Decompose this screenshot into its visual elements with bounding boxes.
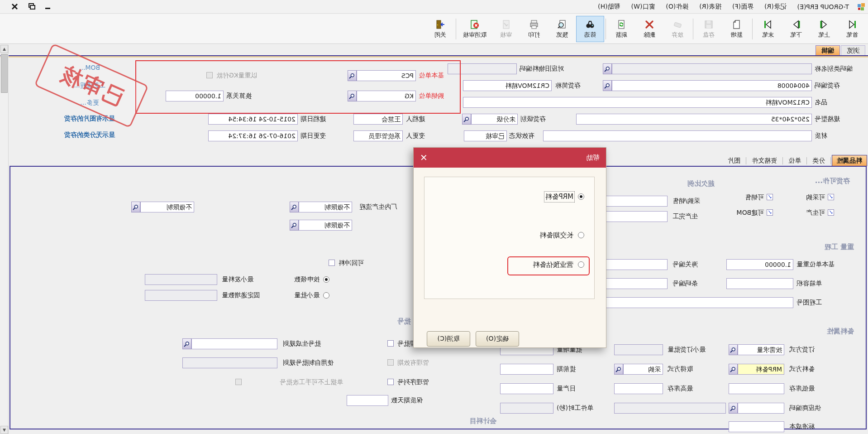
spec-field[interactable]: 250*240*35 — [576, 114, 812, 125]
status-field[interactable]: 已审核 — [464, 130, 507, 141]
menu-item-operate[interactable]: 操作(O) — [661, 1, 693, 12]
daily-output-field[interactable] — [500, 383, 553, 394]
supply-mode-field[interactable]: MRP备料 — [738, 364, 784, 375]
modifier-field[interactable]: 系统管理员 — [353, 130, 403, 141]
scroll-down-icon[interactable]: ▼ — [0, 426, 8, 434]
magnifier-icon[interactable] — [131, 202, 140, 212]
flow-field-2[interactable]: 不做限制 — [140, 202, 194, 212]
unit-weight-field[interactable]: 1.00000 — [726, 259, 793, 270]
sellable-checkbox[interactable] — [767, 194, 773, 200]
created-date-field[interactable]: 2015-10-24 16:34:54 — [208, 114, 298, 125]
print-button[interactable]: 打印 — [520, 16, 548, 42]
magnifier-icon[interactable] — [729, 403, 738, 414]
filter-button[interactable]: 筛选 — [576, 16, 604, 42]
minimize-button[interactable] — [41, 1, 54, 12]
restore-button[interactable] — [25, 1, 38, 12]
preview-button[interactable]: 预览 — [548, 16, 576, 42]
cancel-approve-button[interactable]: 取消审核 — [458, 16, 492, 42]
long-leadtime-label[interactable]: 长交期备料 — [539, 231, 573, 240]
by-request-radio[interactable] — [323, 276, 329, 283]
approve-button[interactable]: 审核 — [492, 16, 520, 42]
level-field[interactable]: 未分级 — [471, 114, 518, 125]
pay-by-weight-checkbox[interactable] — [206, 72, 213, 78]
discard-button[interactable]: 放弃 — [663, 16, 692, 42]
delete-button[interactable]: 删除 — [635, 16, 663, 42]
ratio-production-field[interactable] — [603, 211, 668, 222]
manage-expiry-checkbox[interactable] — [387, 359, 394, 366]
dialog-title-bar[interactable]: 帮助 ✕ — [414, 148, 606, 168]
magnifier-icon[interactable] — [182, 338, 191, 349]
customs-code-field[interactable] — [603, 259, 668, 270]
sales-forecast-radio[interactable] — [578, 261, 584, 268]
supplier-name-field[interactable] — [614, 403, 726, 414]
item-abbr-field[interactable]: CR12MOV精料 — [463, 80, 552, 91]
box-volume-field[interactable] — [726, 278, 793, 289]
barcode-field[interactable] — [603, 278, 668, 289]
item-name-field[interactable]: CR12MOV精料 — [463, 97, 812, 108]
menu-item-record[interactable]: 记录(R) — [760, 1, 791, 12]
new-button[interactable]: 新增 — [723, 16, 751, 42]
manage-batch-checkbox[interactable] — [387, 340, 394, 347]
max-stock-field[interactable] — [614, 383, 663, 394]
refresh-button[interactable]: 刷新 — [607, 16, 635, 42]
link-show-unclassified-items[interactable]: 显示无分类的存货 — [26, 131, 153, 139]
conversion-field[interactable]: 1.00000 — [166, 91, 224, 101]
magnifier-icon[interactable] — [462, 114, 471, 125]
min-order-batch-field[interactable] — [614, 344, 663, 355]
save-button[interactable]: 存盘 — [695, 16, 723, 42]
last-record-button[interactable]: 末笔 — [754, 16, 782, 42]
flow-field-3[interactable]: 不做限制 — [299, 220, 352, 231]
prev-record-button[interactable]: 上笔 — [810, 16, 838, 42]
scrollbar-thumb[interactable] — [1, 54, 8, 93]
magnifier-icon[interactable] — [603, 63, 612, 74]
material-field[interactable] — [543, 130, 812, 141]
min-stock-field[interactable] — [729, 383, 784, 394]
menu-item-help[interactable]: 帮助(H) — [593, 1, 625, 12]
first-record-button[interactable]: 首笔 — [838, 16, 866, 42]
ratio-purchase-field[interactable] — [603, 196, 668, 207]
dialog-close-icon[interactable]: ✕ — [420, 153, 428, 162]
drawing-no-field[interactable] — [603, 297, 793, 308]
std-cost-field[interactable] — [729, 421, 784, 432]
mrp-supply-label[interactable]: MRP备料 — [545, 193, 573, 201]
magnifier-icon[interactable] — [348, 91, 357, 101]
tab-edit[interactable]: 编辑 — [816, 45, 840, 56]
menu-item-window[interactable]: 窗口(W) — [627, 1, 660, 12]
mrp-supply-radio[interactable] — [578, 193, 584, 200]
min-issue-field[interactable] — [145, 274, 217, 285]
supplier-code-field[interactable] — [738, 403, 784, 414]
long-leadtime-radio[interactable] — [578, 232, 584, 238]
magnifier-icon[interactable] — [614, 364, 623, 375]
magnifier-icon[interactable] — [290, 202, 299, 212]
manage-serial-checkbox[interactable] — [387, 379, 394, 385]
magnifier-icon[interactable] — [729, 364, 738, 375]
magnifier-icon[interactable] — [290, 220, 299, 231]
ok-button[interactable]: 确定(O) — [476, 331, 519, 347]
min-batch-radio[interactable] — [323, 292, 329, 299]
item-code-field[interactable]: 40040008 — [612, 80, 812, 91]
menu-item-view[interactable]: 界面(F) — [728, 1, 758, 12]
producible-checkbox[interactable] — [828, 209, 834, 216]
unit-time-field[interactable] — [500, 403, 553, 414]
shelf-days-field[interactable] — [347, 395, 388, 406]
tab-unit[interactable]: 单位 — [784, 155, 806, 166]
magnifier-icon[interactable] — [603, 80, 612, 91]
menu-item-report[interactable]: 报表(R) — [695, 1, 726, 12]
close-form-button[interactable]: 关闭 — [426, 16, 454, 42]
magnifier-icon[interactable] — [348, 70, 357, 81]
fixed-increment-field[interactable] — [145, 290, 217, 301]
tab-picture[interactable]: 图片 — [723, 155, 745, 166]
tab-qualification-files[interactable]: 资格文件 — [747, 155, 782, 166]
code-category-field[interactable] — [612, 63, 812, 74]
lead-time-field[interactable] — [500, 364, 553, 375]
self-batch-rule-field[interactable] — [182, 357, 277, 368]
no-manual-batch-checkbox[interactable] — [235, 379, 242, 385]
vertical-scrollbar[interactable]: ▲ ▼ — [0, 45, 9, 434]
backflush-checkbox[interactable] — [329, 260, 335, 266]
creator-field[interactable]: 王慧会 — [353, 114, 403, 125]
modified-date-field[interactable]: 2016-07-26 16:37:24 — [208, 130, 298, 141]
tab-browse[interactable]: 浏览 — [841, 45, 865, 56]
order-mode-field[interactable]: 按需求量 — [738, 344, 784, 355]
next-record-button[interactable]: 下笔 — [782, 16, 810, 42]
base-unit-field[interactable]: PCS — [357, 70, 416, 81]
